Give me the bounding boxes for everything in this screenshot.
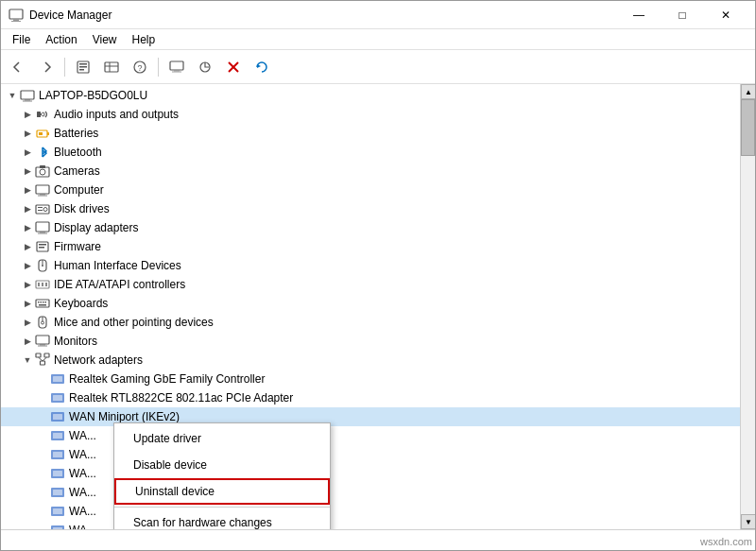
svg-rect-13 (174, 70, 180, 72)
network-toggle[interactable]: ▼ (20, 353, 35, 368)
watermark: wsxdn.com (700, 536, 752, 547)
scroll-thumb[interactable] (741, 99, 755, 156)
toolbar: ? (1, 50, 755, 84)
ctx-uninstall-label: Uninstall device (135, 485, 215, 498)
scan-toolbar-button[interactable] (192, 55, 218, 79)
svg-text:?: ? (137, 63, 142, 73)
app-icon (9, 8, 24, 23)
remove-toolbar-button[interactable] (220, 55, 247, 79)
tree-net5[interactable]: ▶ WA... (1, 445, 740, 464)
monitors-icon (35, 334, 50, 349)
mice-toggle[interactable]: ▶ (20, 315, 35, 330)
tree-ide[interactable]: ▶ IDE ATA/ATAPI controllers (1, 275, 740, 294)
tree-net9[interactable]: ▶ WA... (1, 521, 740, 529)
monitor-toolbar-button[interactable] (163, 55, 190, 79)
audio-toggle[interactable]: ▶ (20, 107, 35, 122)
tree-display[interactable]: ▶ Display adapters (1, 218, 740, 237)
help-toolbar-button[interactable]: ? (127, 55, 153, 79)
svg-rect-28 (40, 165, 45, 168)
title-bar: Device Manager — □ ✕ (1, 1, 755, 29)
disk-toggle[interactable]: ▶ (20, 201, 35, 216)
ctx-uninstall-device[interactable]: Uninstall device (114, 478, 330, 505)
details-toolbar-button[interactable] (98, 55, 125, 79)
tree-net2[interactable]: ▶ Realtek RTL8822CE 802.11ac PCIe Adapte… (1, 388, 740, 407)
monitors-label: Monitors (54, 335, 97, 348)
svg-rect-30 (40, 194, 45, 196)
tree-bluetooth[interactable]: ▶ Bluetooth (1, 143, 740, 162)
svg-rect-7 (105, 62, 118, 72)
bluetooth-toggle[interactable]: ▶ (20, 145, 35, 160)
scroll-track[interactable] (741, 99, 755, 514)
scroll-up-button[interactable]: ▲ (741, 84, 755, 99)
tree-keyboards[interactable]: ▶ Keyboards (1, 294, 740, 313)
window-title: Device Manager (29, 9, 617, 22)
tree-disk[interactable]: ▶ Disk drives (1, 199, 740, 218)
close-button[interactable]: ✕ (704, 1, 747, 29)
net6-label: WA... (69, 467, 96, 480)
tree-hid[interactable]: ▶ Human Interface Devices (1, 256, 740, 275)
net3-icon (50, 409, 65, 424)
tree-monitors[interactable]: ▶ Monitors (1, 332, 740, 351)
menu-help[interactable]: Help (125, 31, 163, 48)
batteries-toggle[interactable]: ▶ (20, 126, 35, 141)
tree-mice[interactable]: ▶ Mice and other pointing devices (1, 313, 740, 332)
menu-view[interactable]: View (85, 31, 125, 48)
monitors-toggle[interactable]: ▶ (20, 334, 35, 349)
properties-toolbar-button[interactable] (70, 55, 96, 79)
device-tree[interactable]: ▼ LAPTOP-B5DGO0LU ▶ (1, 84, 740, 529)
menu-action[interactable]: Action (38, 31, 84, 48)
net2-label: Realtek RTL8822CE 802.11ac PCIe Adapter (69, 391, 293, 405)
net1-label: Realtek Gaming GbE Family Controller (69, 372, 265, 386)
tree-net6[interactable]: ▶ WA... (1, 464, 740, 483)
cameras-label: Cameras (54, 164, 100, 178)
window-controls: — □ ✕ (617, 1, 747, 29)
maximize-button[interactable]: □ (661, 1, 704, 29)
tree-cameras[interactable]: ▶ Cameras (1, 162, 740, 181)
tree-net1[interactable]: ▶ Realtek Gaming GbE Family Controller (1, 370, 740, 388)
tree-net8[interactable]: ▶ WA... (1, 502, 740, 521)
tree-network[interactable]: ▼ Network adapters (1, 351, 740, 370)
cameras-toggle[interactable]: ▶ (20, 164, 35, 179)
tree-root[interactable]: ▼ LAPTOP-B5DGO0LU (1, 86, 740, 105)
svg-rect-31 (38, 196, 47, 197)
vertical-scrollbar[interactable]: ▲ ▼ (740, 84, 755, 529)
ctx-separator-1 (114, 507, 330, 508)
net9-label: WA... (69, 524, 96, 529)
firmware-toggle[interactable]: ▶ (20, 239, 35, 254)
svg-rect-61 (36, 353, 41, 357)
ctx-update-driver[interactable]: Update driver (114, 425, 330, 452)
ide-toggle[interactable]: ▶ (20, 277, 35, 292)
forward-button[interactable] (33, 55, 60, 79)
keyboards-toggle[interactable]: ▶ (20, 296, 35, 311)
refresh-toolbar-button[interactable] (249, 55, 275, 79)
ctx-scan-hardware[interactable]: Scan for hardware changes (114, 509, 330, 529)
computer-toggle[interactable]: ▶ (20, 182, 35, 198)
tree-net4[interactable]: ▶ WA... (1, 426, 740, 445)
ide-label: IDE ATA/ATAPI controllers (54, 278, 185, 291)
root-toggle[interactable]: ▼ (5, 88, 20, 103)
tree-firmware[interactable]: ▶ Firmware (1, 237, 740, 256)
svg-marker-18 (257, 64, 261, 68)
tree-net7[interactable]: ▶ WA... (1, 483, 740, 502)
cameras-icon (35, 164, 50, 179)
svg-rect-14 (172, 71, 181, 72)
ctx-disable-device[interactable]: Disable device (114, 452, 330, 478)
tree-audio[interactable]: ▶ Audio inputs and outputs (1, 105, 740, 124)
batteries-label: Batteries (54, 127, 98, 140)
display-icon (35, 220, 50, 235)
hid-toggle[interactable]: ▶ (20, 258, 35, 273)
svg-rect-5 (79, 66, 87, 68)
mice-icon (35, 315, 50, 330)
svg-rect-52 (43, 301, 44, 303)
tree-computer[interactable]: ▶ Computer (1, 181, 740, 199)
tree-batteries[interactable]: ▶ Batteries (1, 124, 740, 143)
tree-net3[interactable]: ▶ WAN Miniport (IKEv2) (1, 407, 740, 426)
mice-label: Mice and other pointing devices (54, 316, 214, 329)
svg-rect-49 (36, 300, 49, 307)
scroll-down-button[interactable]: ▼ (741, 514, 755, 529)
menu-file[interactable]: File (5, 31, 38, 48)
back-button[interactable] (5, 55, 31, 79)
net3-label: WAN Miniport (IKEv2) (69, 410, 180, 423)
display-toggle[interactable]: ▶ (20, 220, 35, 235)
minimize-button[interactable]: — (617, 1, 661, 29)
